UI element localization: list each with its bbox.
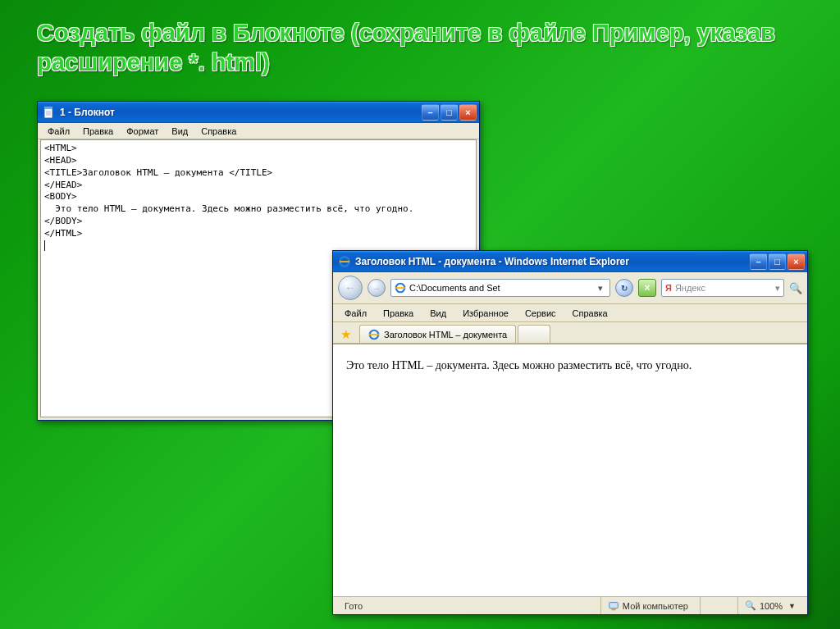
menu-file[interactable]: Файл	[336, 306, 375, 321]
maximize-button[interactable]: □	[441, 104, 458, 121]
menu-favorites[interactable]: Избранное	[454, 306, 517, 321]
status-zone: Мой компьютер	[600, 597, 695, 614]
favorites-star-icon[interactable]: ★	[336, 326, 354, 343]
search-go-icon[interactable]: 🔍	[789, 282, 802, 294]
svg-rect-1	[44, 107, 52, 109]
back-button[interactable]: ←	[338, 276, 363, 300]
svg-rect-12	[611, 608, 615, 610]
search-dropdown[interactable]: ▾	[775, 283, 780, 294]
menu-edit[interactable]: Правка	[375, 306, 422, 321]
go-button[interactable]: ×	[638, 279, 656, 297]
status-protected-mode	[700, 597, 733, 614]
address-dropdown[interactable]: ▾	[595, 283, 606, 294]
menu-view[interactable]: Вид	[422, 306, 454, 321]
computer-icon	[608, 600, 619, 612]
notepad-menubar: Файл Правка Формат Вид Справка	[38, 123, 479, 139]
ie-statusbar: Гото Мой компьютер 🔍 100% ▼	[333, 596, 807, 614]
ie-icon	[338, 255, 351, 268]
tab-new[interactable]	[518, 325, 550, 343]
ie-tabstrip: ★ Заголовок HTML – документа	[333, 322, 807, 344]
close-button[interactable]: ×	[788, 253, 805, 270]
menu-help[interactable]: Справка	[564, 306, 616, 321]
maximize-button[interactable]: □	[769, 253, 786, 270]
search-box[interactable]: Я Яндекс ▾	[661, 279, 784, 297]
search-placeholder: Яндекс	[675, 283, 705, 293]
ie-menubar: Файл Правка Вид Избранное Сервис Справка	[333, 304, 807, 322]
refresh-button[interactable]: ↻	[615, 279, 633, 297]
menu-view[interactable]: Вид	[165, 125, 194, 138]
svg-rect-10	[369, 334, 379, 335]
page-body-text: Это тело HTML – документа. Здесь можно р…	[346, 359, 692, 371]
tab-active[interactable]: Заголовок HTML – документа	[359, 325, 516, 343]
ie-page-body: Это тело HTML – документа. Здесь можно р…	[333, 344, 807, 596]
address-text: C:\Documents and Set	[409, 283, 591, 293]
close-button[interactable]: ×	[459, 104, 477, 121]
svg-rect-6	[340, 261, 349, 262]
menu-file[interactable]: Файл	[41, 125, 76, 138]
menu-format[interactable]: Формат	[120, 125, 165, 138]
tab-label: Заголовок HTML – документа	[384, 330, 507, 340]
address-bar[interactable]: C:\Documents and Set ▾	[390, 279, 610, 297]
status-ready-text: Гото	[345, 601, 363, 611]
minimize-button[interactable]: –	[750, 253, 767, 270]
zoom-dropdown-icon: ▼	[788, 602, 796, 610]
status-zoom-text: 100%	[760, 601, 783, 611]
status-zone-text: Мой компьютер	[623, 601, 688, 611]
notepad-title: 1 - Блокнот	[60, 107, 422, 118]
status-ready: Гото	[338, 597, 369, 614]
slide-heading: Создать файл в Блокноте (сохраните в фай…	[37, 18, 803, 78]
ie-titlebar[interactable]: Заголовок HTML - документа - Windows Int…	[333, 251, 807, 272]
ie-title: Заголовок HTML - документа - Windows Int…	[355, 256, 750, 267]
menu-help[interactable]: Справка	[194, 125, 243, 138]
forward-button[interactable]: →	[368, 279, 386, 297]
notepad-icon	[43, 106, 56, 119]
notepad-content: <HTML> <HEAD> <TITLE>Заголовок HTML – до…	[44, 143, 413, 239]
zoom-icon: 🔍	[745, 600, 756, 611]
text-caret	[44, 240, 45, 251]
yandex-icon: Я	[665, 283, 672, 293]
menu-edit[interactable]: Правка	[76, 125, 120, 138]
status-zoom[interactable]: 🔍 100% ▼	[737, 597, 802, 614]
svg-rect-11	[609, 602, 619, 608]
ie-window: Заголовок HTML - документа - Windows Int…	[332, 250, 808, 615]
notepad-titlebar[interactable]: 1 - Блокнот – □ ×	[38, 102, 479, 123]
tab-page-icon	[368, 329, 380, 340]
svg-rect-8	[395, 287, 405, 289]
minimize-button[interactable]: –	[422, 104, 439, 121]
ie-nav-toolbar: ← → C:\Documents and Set ▾ ↻ × Я Яндекс …	[333, 272, 807, 304]
menu-tools[interactable]: Сервис	[517, 306, 564, 321]
page-icon	[395, 282, 406, 294]
